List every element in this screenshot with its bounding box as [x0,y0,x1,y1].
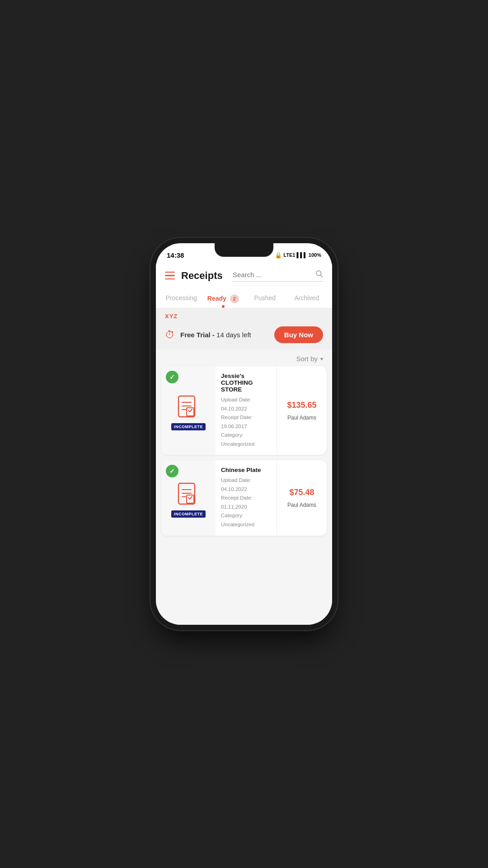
card-info-2: Chinese Plate Upload Date: 04.10.2022 Re… [216,460,277,535]
xyz-banner: XYZ [156,308,332,322]
owner-1: Paul Adams [287,415,316,421]
receipts-list: ✓ Incomplete Jessie's CLOTHING STORE Up [156,366,332,545]
battery-level: 100% [309,252,321,258]
check-icon-2: ✓ [166,465,178,477]
receipt-meta-1: Upload Date: 04.10.2022 Receipt Date: 19… [221,396,271,448]
status-time: 14:38 [167,251,184,259]
tab-processing[interactable]: Processing [160,288,202,308]
owner-2: Paul Adams [287,502,316,508]
header: Receipts [156,263,332,288]
card-info-1: Jessie's CLOTHING STORE Upload Date: 04.… [216,366,277,455]
page-title: Receipts [181,270,226,282]
tab-archived[interactable]: Archived [286,288,328,308]
card-thumbnail-1: ✓ Incomplete [161,366,216,455]
card-thumbnail-2: ✓ Incomplete [161,460,216,535]
amount-1: $135.65 [287,401,316,410]
amount-2: $75.48 [289,488,314,497]
svg-line-1 [320,275,322,277]
tab-pushed[interactable]: Pushed [244,288,286,308]
receipt-card[interactable]: ✓ Incomplete Chinese Plate Upload Date: [161,460,327,535]
receipt-icon-1 [175,394,202,421]
receipt-name-1: Jessie's CLOTHING STORE [221,373,271,393]
trial-icon: ⏱ [165,329,175,341]
app-content: Receipts Processing Ready 2 [156,263,332,625]
battery-icon: 🔒 [275,252,282,259]
search-input[interactable] [233,271,311,278]
incomplete-badge-2: Incomplete [171,510,206,518]
trial-text: Free Trial - 14 days left [180,331,269,339]
receipt-meta-2: Upload Date: 04.10.2022 Receipt Date: 01… [221,476,271,529]
tab-ready[interactable]: Ready 2 [202,288,244,308]
check-icon-1: ✓ [166,371,178,383]
tabs-bar: Processing Ready 2 Pushed Archived [156,288,332,308]
receipt-name-2: Chinese Plate [221,467,271,473]
buy-now-button[interactable]: Buy Now [274,326,323,343]
sort-button[interactable]: Sort by ▾ [296,355,323,363]
search-icon[interactable] [315,269,323,279]
receipt-card[interactable]: ✓ Incomplete Jessie's CLOTHING STORE Up [161,366,327,455]
search-bar[interactable] [233,269,323,282]
sort-bar: Sort by ▾ [156,349,332,366]
sort-label: Sort by [296,355,318,363]
card-amount-1: $135.65 Paul Adams [277,366,327,455]
xyz-label: XYZ [165,313,178,320]
receipt-icon-2 [175,481,202,509]
signal-strength: LTE1 ▌▌▌ [283,252,307,258]
card-amount-2: $75.48 Paul Adams [277,460,327,535]
menu-button[interactable] [165,272,175,280]
ready-badge: 2 [230,294,239,303]
trial-bar: ⏱ Free Trial - 14 days left Buy Now [156,322,332,349]
sort-arrow-icon: ▾ [320,356,323,362]
incomplete-badge-1: Incomplete [171,423,206,430]
status-icons: 🔒 LTE1 ▌▌▌ 100% [275,252,321,259]
